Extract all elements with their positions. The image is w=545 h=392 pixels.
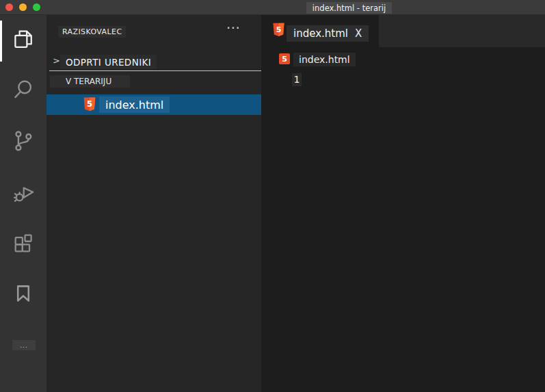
sidebar-title: RAZISKOVALEC	[58, 26, 126, 38]
activity-explorer-button[interactable]	[7, 23, 40, 55]
window-controls	[5, 3, 40, 11]
source-control-branch-icon	[12, 129, 35, 153]
svg-text:5: 5	[276, 25, 282, 34]
search-icon	[12, 78, 35, 101]
window-title: index.html - terarij	[306, 2, 392, 14]
minimize-window-button[interactable]	[19, 3, 27, 11]
file-row-index-html[interactable]: 5 index.html	[46, 94, 261, 115]
more-actions-icon[interactable]: ⋯	[226, 21, 241, 34]
files-icon	[12, 27, 35, 51]
file-name-label: index.html	[99, 96, 170, 113]
extensions-icon	[12, 233, 35, 256]
chevron-right-icon: >	[53, 55, 60, 66]
activity-extensions-button[interactable]	[7, 228, 40, 261]
html5-square-icon: 5	[279, 53, 290, 64]
title-bar: index.html - terarij	[0, 0, 545, 15]
tab-label: index.html	[293, 27, 348, 40]
tab-index-html[interactable]: 5 index.html X	[261, 15, 379, 47]
activity-search-button[interactable]	[7, 73, 40, 106]
tab-close-icon[interactable]: X	[355, 27, 362, 40]
active-view-indicator	[0, 21, 2, 62]
activity-overflow-button[interactable]: ...	[12, 340, 36, 350]
editor-line[interactable]: 1	[292, 73, 302, 86]
activity-bookmarks-button[interactable]	[7, 277, 40, 310]
line-number: 1	[292, 73, 302, 86]
section-divider	[49, 70, 261, 71]
bookmark-icon	[12, 282, 35, 305]
svg-text:5: 5	[87, 99, 92, 109]
section-folder-header[interactable]: V TERARIJU	[50, 75, 130, 88]
tab-strip	[379, 15, 545, 47]
tab-label-box: index.html X	[287, 25, 369, 42]
vscode-window: index.html - terarij	[0, 0, 545, 392]
explorer-sidebar: RAZISKOVALEC ⋯ > ODPRTI UREDNIKI V TERAR…	[46, 15, 261, 392]
open-editors-label: ODPRTI UREDNIKI	[60, 55, 157, 69]
editor-group: 5 index.html X 5 index.html 1	[261, 15, 545, 392]
breadcrumb-file-label: index.html	[293, 53, 356, 66]
activity-source-control-button[interactable]	[7, 125, 40, 157]
debug-play-bug-icon	[12, 181, 35, 204]
section-open-editors[interactable]: > ODPRTI UREDNIKI	[46, 55, 261, 70]
html5-file-icon: 5	[272, 22, 285, 39]
zoom-window-button[interactable]	[33, 3, 40, 11]
html5-file-icon: 5	[83, 97, 96, 113]
close-window-button[interactable]	[5, 3, 13, 11]
activity-bar: ...	[0, 15, 46, 392]
activity-run-debug-button[interactable]	[7, 176, 40, 209]
